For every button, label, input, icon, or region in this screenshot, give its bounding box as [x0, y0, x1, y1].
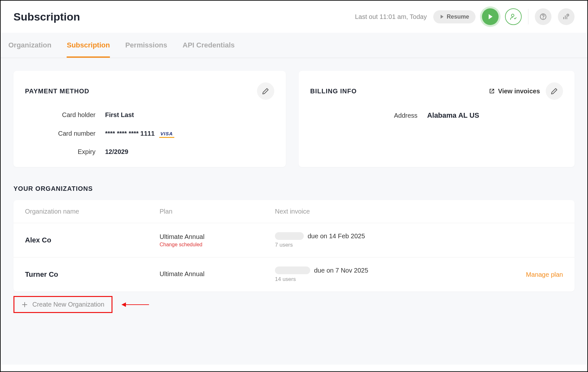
tab-permissions[interactable]: Permissions: [125, 33, 167, 58]
divider: [528, 9, 528, 24]
invoice-line: due on 7 Nov 2025: [275, 266, 499, 274]
play-small-icon: [440, 14, 444, 19]
expiry-value: 12/2029: [105, 148, 128, 156]
svg-point-2: [543, 18, 543, 19]
billing-header-links: View invoices: [489, 82, 563, 100]
card-number-row: Card number **** **** **** 1111 VISA: [25, 129, 274, 138]
manage-plan-link[interactable]: Manage plan: [526, 271, 563, 278]
tabs: Organization Subscription Permissions AP…: [1, 33, 587, 58]
organizations-title: YOUR ORGANIZATIONS: [13, 185, 575, 192]
edit-billing-button[interactable]: [546, 82, 563, 100]
play-button[interactable]: [482, 8, 499, 25]
tab-organization[interactable]: Organization: [8, 33, 51, 58]
card-holder-row: Card holder First Last: [25, 111, 274, 119]
org-plan-cell: Ultimate Annual Change scheduled: [160, 233, 275, 248]
arrow-left-icon: [121, 302, 126, 307]
redacted-amount: [275, 232, 304, 240]
action-cell: Manage plan: [499, 271, 563, 278]
card-holder-label: Card holder: [25, 111, 105, 119]
play-icon: [487, 14, 493, 20]
plus-icon: [21, 301, 28, 308]
col-invoice: Next invoice: [275, 208, 499, 215]
view-invoices-label: View invoices: [498, 88, 540, 95]
col-plan: Plan: [160, 208, 275, 215]
table-head: Organization name Plan Next invoice: [13, 200, 575, 223]
card-header: PAYMENT METHOD: [25, 82, 274, 100]
address-value: Alabama AL US: [427, 111, 479, 120]
tab-api-credentials[interactable]: API Credentials: [183, 33, 235, 58]
card-number-text: **** **** **** 1111: [105, 130, 155, 137]
tab-subscription[interactable]: Subscription: [67, 33, 110, 58]
plan-name: Ultimate Annual: [160, 233, 275, 241]
edit-payment-button[interactable]: [257, 82, 274, 100]
billing-address-row: Address Alabama AL US: [310, 111, 563, 120]
settings-chart-button[interactable]: [558, 8, 575, 25]
view-invoices-link[interactable]: View invoices: [489, 88, 540, 95]
organizations-table: Organization name Plan Next invoice Alex…: [13, 200, 575, 292]
svg-point-0: [511, 14, 514, 17]
org-name: Alex Co: [25, 236, 160, 244]
users-text: 7 users: [275, 242, 499, 248]
last-out-status: Last out 11:01 am, Today: [355, 13, 427, 21]
col-action: [499, 208, 563, 215]
settings-chart-icon: [563, 13, 570, 20]
pencil-icon: [551, 88, 558, 95]
col-name: Organization name: [25, 208, 160, 215]
plan-note: Change scheduled: [160, 242, 275, 248]
org-name: Turner Co: [25, 270, 160, 279]
payment-method-card: PAYMENT METHOD Card holder First Last Ca…: [13, 71, 286, 167]
due-text: due on 14 Feb 2025: [308, 232, 365, 240]
payment-method-title: PAYMENT METHOD: [25, 88, 89, 95]
user-check-icon: [509, 13, 517, 21]
help-icon: [540, 13, 547, 20]
billing-info-title: BILLING INFO: [310, 88, 357, 95]
arrow-line: [126, 304, 149, 305]
card-number-value: **** **** **** 1111 VISA: [105, 129, 174, 138]
address-label: Address: [394, 112, 418, 119]
create-org-label: Create New Organization: [32, 301, 104, 308]
expiry-row: Expiry 12/2029: [25, 148, 274, 156]
table-row[interactable]: Alex Co Ultimate Annual Change scheduled…: [13, 223, 575, 257]
cards-row: PAYMENT METHOD Card holder First Last Ca…: [13, 71, 575, 167]
header: Subscription Last out 11:01 am, Today Re…: [1, 1, 587, 33]
visa-badge: VISA: [159, 129, 174, 138]
external-link-icon: [489, 88, 495, 94]
org-plan-cell: Ultimate Annual: [160, 270, 275, 279]
card-brand: VISA: [161, 131, 173, 136]
header-right: Last out 11:01 am, Today Resume: [355, 8, 575, 25]
help-button[interactable]: [535, 8, 551, 25]
org-invoice-cell: due on 14 Feb 2025 7 users: [275, 232, 499, 248]
card-number-label: Card number: [25, 130, 105, 137]
user-check-button[interactable]: [505, 8, 522, 25]
create-new-organization-button[interactable]: Create New Organization: [13, 296, 112, 313]
redacted-amount: [275, 266, 310, 274]
card-header: BILLING INFO View invoices: [310, 82, 563, 100]
plan-name: Ultimate Annual: [160, 270, 275, 278]
users-text: 14 users: [275, 276, 499, 283]
pencil-icon: [262, 88, 269, 95]
resume-label: Resume: [447, 13, 469, 20]
invoice-line: due on 14 Feb 2025: [275, 232, 499, 240]
billing-info-card: BILLING INFO View invoices Address Alaba…: [299, 71, 575, 167]
table-row[interactable]: Turner Co Ultimate Annual due on 7 Nov 2…: [13, 257, 575, 292]
resume-button[interactable]: Resume: [433, 10, 476, 23]
content: PAYMENT METHOD Card holder First Last Ca…: [1, 58, 587, 365]
svg-point-3: [567, 14, 569, 16]
org-invoice-cell: due on 7 Nov 2025 14 users: [275, 266, 499, 283]
due-text: due on 7 Nov 2025: [314, 267, 368, 274]
create-org-wrapper: Create New Organization: [13, 296, 575, 313]
card-holder-value: First Last: [105, 111, 134, 119]
arrow-annotation: [121, 302, 149, 307]
page-title: Subscription: [13, 11, 80, 23]
expiry-label: Expiry: [25, 148, 105, 156]
